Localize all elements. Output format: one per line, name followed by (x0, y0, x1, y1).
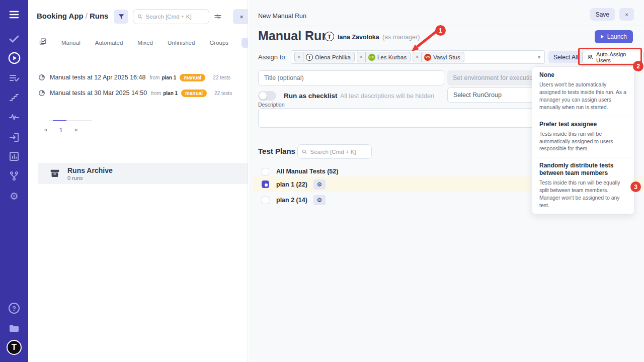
annotation-step-3: 3 (630, 182, 641, 192)
assignee-chip: × T Olena Pchilka (294, 52, 355, 62)
import-icon[interactable] (0, 130, 28, 145)
breadcrumb-project[interactable]: Booking App (37, 12, 84, 20)
runs-archive-row[interactable]: Runs Archive 0 runs (38, 163, 248, 184)
runs-tabs: Manual Automated Mixed Unfinished Groups… (28, 36, 248, 49)
select-runs-icon[interactable] (38, 38, 47, 48)
description-label: Description (258, 102, 285, 108)
run-test-count: 22 tests (213, 75, 230, 80)
breadcrumb: Booking App/Runs (37, 12, 108, 20)
assignee-chip: × VS Vasyl Stus (413, 52, 464, 62)
branch-icon[interactable] (0, 168, 28, 184)
plan1-gear-button[interactable]: ⚙ (313, 179, 326, 190)
remove-assignee-icon[interactable]: × (295, 52, 303, 62)
run-from-label: from (151, 90, 161, 96)
run-status-icon (38, 89, 45, 97)
analytics-icon[interactable] (0, 149, 28, 164)
panel-close-button[interactable]: × (233, 9, 248, 24)
select-all-button[interactable]: Select All (548, 51, 583, 63)
help-icon[interactable]: ? (0, 301, 28, 316)
tune-sliders-icon[interactable] (213, 12, 224, 22)
archive-count: 0 runs (67, 175, 113, 181)
launch-button[interactable]: Launch (595, 30, 633, 43)
option-random-distribute[interactable]: Randomly distribute tests between team m… (532, 157, 634, 214)
close-icon: × (239, 13, 244, 21)
annotation-step-1: 1 (435, 25, 446, 36)
pagination-next[interactable]: » (68, 126, 84, 133)
runs-list-panel: Booking App/Runs × Manual Automated Mixe… (28, 0, 248, 362)
assignee-name: Olena Pchilka (315, 54, 354, 60)
tab-manual[interactable]: Manual (61, 40, 80, 46)
option-title: None (539, 71, 627, 79)
avatar: LK (368, 54, 375, 61)
checklist-label: Run as checklist (284, 92, 338, 100)
manager-avatar: T (325, 32, 334, 41)
app-logo[interactable]: T (0, 340, 28, 355)
tab-to-review[interactable]: To Review (242, 38, 248, 48)
pagination: « 1 » (38, 125, 109, 135)
plan1-checkbox[interactable] (262, 180, 269, 188)
breadcrumb-section: Runs (90, 12, 109, 20)
chevron-down-icon[interactable]: ▾ (538, 54, 540, 60)
all-manual-tests-checkbox[interactable] (262, 168, 269, 175)
assignee-chip: × LK Les Kurbas (357, 52, 411, 62)
remove-assignee-icon[interactable]: × (357, 52, 366, 62)
plan-label[interactable]: plan 1 (22) (276, 181, 307, 188)
runs-play-icon[interactable] (0, 50, 28, 65)
settings-gear-icon[interactable]: ⚙ (0, 189, 28, 204)
pagination-track (49, 120, 92, 121)
plan-label[interactable]: plan 2 (14) (276, 197, 307, 204)
remove-assignee-icon[interactable]: × (413, 52, 422, 62)
test-plans-search-input[interactable] (310, 149, 367, 155)
tab-mixed[interactable]: Mixed (137, 40, 153, 46)
run-test-count: 22 tests (214, 90, 232, 96)
tests-check-icon[interactable] (0, 31, 28, 46)
test-plans-title: Test Plans (258, 147, 295, 155)
save-button[interactable]: Save (590, 8, 615, 21)
avatar: VS (424, 54, 431, 61)
option-title: Randomly distribute tests between team m… (539, 162, 627, 177)
tab-unfinished[interactable]: Unfinished (168, 40, 195, 46)
play-icon (601, 35, 604, 39)
run-list-item[interactable]: Manual tests at 12 Apr 2025 16:48 from p… (38, 72, 245, 83)
menu-icon[interactable] (0, 7, 28, 22)
option-none[interactable]: None Users won't be automatically assign… (532, 67, 634, 116)
users-icon (587, 54, 593, 60)
filter-button[interactable] (114, 10, 128, 24)
gear-icon: ⚙ (316, 181, 322, 188)
folder-icon[interactable] (0, 321, 28, 336)
breadcrumb-separator: / (84, 12, 90, 20)
test-plans-search (297, 144, 372, 159)
pagination-page-1[interactable]: 1 (53, 126, 68, 134)
pulse-icon[interactable] (0, 110, 28, 125)
pagination-indicator (53, 120, 66, 121)
plan2-gear-button[interactable]: ⚙ (313, 195, 326, 205)
app-window: ⚙ ? T Booking App/Runs × (0, 0, 644, 362)
option-prefer-assignee[interactable]: Prefer test assignee Tests inside this r… (532, 116, 634, 157)
checklist-hint: All test descriptions will be hidden (340, 93, 434, 100)
close-panel-button[interactable]: × (619, 8, 634, 21)
runs-panel-header: Booking App/Runs × (28, 0, 248, 31)
pagination-prev[interactable]: « (38, 126, 53, 133)
tab-groups[interactable]: Groups (209, 40, 228, 46)
close-icon: × (625, 12, 628, 18)
tab-automated[interactable]: Automated (95, 40, 123, 46)
gear-icon: ⚙ (316, 197, 322, 204)
option-description: Tests inside this run will be automatica… (539, 130, 627, 153)
run-title-input[interactable] (258, 70, 444, 85)
annotation-step-2: 2 (633, 61, 643, 71)
plan2-checkbox[interactable] (262, 197, 269, 204)
run-type-badge: manual (180, 74, 205, 81)
steps-icon[interactable] (0, 89, 28, 105)
main-topbar: New Manual Run Save × (249, 0, 644, 26)
archive-box-icon (49, 168, 60, 179)
run-list-item[interactable]: Manual tests at 30 Mar 2025 14:50 from p… (38, 87, 245, 99)
archive-title: Runs Archive (67, 166, 113, 174)
run-as-checklist-toggle[interactable] (258, 91, 276, 101)
assignee-name: Vasyl Stus (433, 54, 463, 60)
plan-label[interactable]: All Manual Tests (52) (276, 168, 338, 175)
option-description: Users won't be automatically assigned to… (539, 81, 627, 111)
assign-multiselect[interactable]: × T Olena Pchilka × LK Les Kurbas × VS V… (291, 50, 545, 64)
suites-list-icon[interactable] (0, 70, 28, 85)
runs-search-input[interactable] (146, 14, 205, 20)
manager-name: Iana Zavoloka (338, 34, 379, 41)
